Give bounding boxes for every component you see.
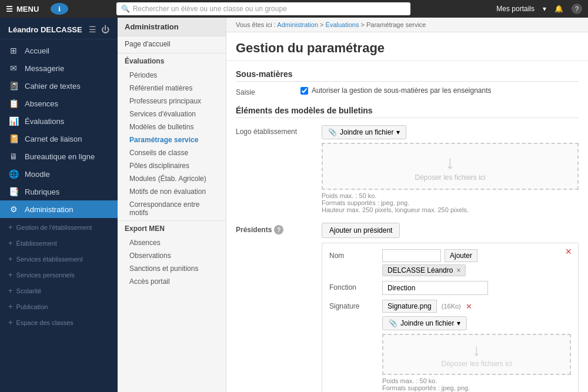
power-icon[interactable]: ⏻: [101, 25, 109, 34]
sidebar-item-messagerie[interactable]: ✉ Messagerie: [0, 59, 118, 77]
sidebar-label: Accueil: [25, 46, 49, 55]
list-icon[interactable]: ☰: [89, 25, 96, 34]
hamburger-icon: ☰: [6, 5, 13, 14]
nom-add-button[interactable]: Ajouter: [445, 249, 477, 262]
nav-sub-modules[interactable]: Modules (Étab. Agricole): [118, 172, 226, 185]
sig-size: (16Ko): [442, 303, 461, 310]
breadcrumb-admin[interactable]: Administration: [277, 21, 318, 28]
sidebar-section-publication[interactable]: + Publication: [0, 297, 118, 313]
elements-title: Éléments des modèles de bulletins: [236, 106, 579, 118]
nav-sub-poles[interactable]: Pôles disciplinaires: [118, 159, 226, 172]
grid-icon: ⊞: [8, 46, 19, 55]
sidebar-section-services-etab[interactable]: + Services établissement: [0, 250, 118, 266]
sidebar-label: Carnet de liaison: [25, 135, 82, 143]
breadcrumb-evals[interactable]: Évaluations: [326, 21, 359, 28]
sidebar-section-etablissement[interactable]: + Établissement: [0, 234, 118, 250]
sidebar-section-label: Espace des classes: [16, 319, 74, 326]
fonction-field: Fonction: [329, 281, 571, 295]
nav-sub-correspondance[interactable]: Correspondance entre motifs: [118, 198, 226, 219]
bell-icon[interactable]: 🔔: [554, 5, 563, 13]
book-icon: 📓: [8, 81, 19, 91]
nav-sub-parametrage[interactable]: Paramétrage service: [118, 133, 226, 146]
presidents-main-label: Présidents ?: [236, 223, 312, 238]
computer-icon: 🖥: [8, 152, 19, 161]
nav-sub-motifs[interactable]: Motifs de non évaluation: [118, 185, 226, 198]
sig-drop-content: ↓ Déposer les fichiers ici: [441, 341, 512, 368]
search-bar[interactable]: 🔍 Rechercher un élève ou une classe ou u…: [116, 2, 410, 15]
drop-zone-content: ↓ Déposer les fichiers ici: [415, 152, 485, 182]
presidents-section: Présidents ? Ajouter un président ✕: [236, 223, 579, 392]
logo-drop-zone[interactable]: ↓ Déposer les fichiers ici: [322, 143, 579, 190]
sig-drop-zone[interactable]: ↓ Déposer les fichiers ici: [382, 334, 571, 375]
remove-person-button[interactable]: ×: [456, 266, 460, 274]
close-president-button[interactable]: ✕: [565, 247, 572, 256]
nom-content: Ajouter DELCASSE Léandro ×: [382, 249, 571, 276]
gear-icon: ⚙: [8, 205, 19, 214]
nav-sub-observations[interactable]: Observations: [118, 249, 226, 262]
sidebar-section-espace[interactable]: + Espace des classes: [0, 313, 118, 329]
presidents-content: Ajouter un président ✕ Nom: [322, 223, 579, 392]
plus-icon: +: [8, 318, 13, 327]
sidebar-item-accueil[interactable]: ⊞ Accueil: [0, 42, 118, 59]
presidents-help-icon[interactable]: ?: [274, 225, 283, 234]
sidebar-item-rubriques[interactable]: 📑 Rubriques: [0, 183, 118, 200]
menu-button[interactable]: ☰ MENU: [6, 5, 39, 14]
nav-sub-periodes[interactable]: Périodes: [118, 69, 226, 82]
right-nav: Mes portails ▾ 🔔 ?: [496, 4, 582, 14]
person-name-tag: DELCASSE Léandro ×: [382, 264, 466, 276]
sidebar-nav: ⊞ Accueil ✉ Messagerie 📓 Cahier de texte…: [0, 39, 118, 392]
nav-sub-acces[interactable]: Accès portail: [118, 275, 226, 288]
help-icon[interactable]: ?: [572, 4, 582, 14]
nav-sub-services[interactable]: Services d'évaluation: [118, 108, 226, 120]
sidebar-section-scolarite[interactable]: + Scolarité: [0, 282, 118, 297]
sidebar-item-cahier[interactable]: 📓 Cahier de textes: [0, 77, 118, 95]
saisie-label: Saisie: [236, 86, 295, 96]
sidebar-item-administration[interactable]: ⚙ Administration: [0, 200, 118, 218]
search-placeholder: Rechercher un élève ou une classe ou un …: [133, 5, 287, 13]
user-name: Léandro DELCASSE: [8, 25, 82, 34]
sidebar-item-carnet[interactable]: 📔 Carnet de liaison: [0, 130, 118, 148]
chevron-down-icon: ▾: [543, 5, 546, 13]
nav-group-evaluations[interactable]: Évaluations: [118, 53, 226, 69]
menu-label: MENU: [16, 5, 39, 14]
sig-file-button[interactable]: 📎 Joindre un fichier ▾: [382, 316, 467, 330]
portails-button[interactable]: Mes portails: [496, 5, 534, 13]
secondary-sidebar: Administration Page d'accueil Évaluation…: [118, 18, 226, 392]
sidebar-item-absences[interactable]: 📋 Absences: [0, 95, 118, 112]
dropdown-arrow: ▾: [457, 319, 460, 327]
nav-sub-referentiel[interactable]: Référentiel matières: [118, 82, 226, 95]
elements-section: Éléments des modèles de bulletins Logo é…: [236, 106, 579, 392]
page-title: Gestion du paramétrage: [226, 32, 588, 61]
chart-icon: 📊: [8, 116, 19, 126]
sidebar-section-services-perso[interactable]: + Services personnels: [0, 266, 118, 282]
sidebar-item-bureautique[interactable]: 🖥 Bureautique en ligne: [0, 148, 118, 165]
top-bar: ☰ MENU ℹ 🔍 Rechercher un élève ou une cl…: [0, 0, 588, 18]
nav-sub-professeurs[interactable]: Professeurs principaux: [118, 95, 226, 108]
sidebar: Léandro DELCASSE ☰ ⏻ ⊞ Accueil ✉ Message…: [0, 18, 118, 392]
logo-section: Logo établissement 📎 Joindre un fichier …: [236, 125, 579, 213]
sig-delete-button[interactable]: ✕: [466, 302, 472, 311]
sidebar-label: Cahier de textes: [25, 82, 81, 91]
nav-item-accueil[interactable]: Page d'accueil: [118, 36, 226, 52]
fonction-input[interactable]: [382, 281, 488, 295]
add-president-button[interactable]: Ajouter un président: [322, 223, 400, 238]
sidebar-item-moodle[interactable]: 🌐 Moodle: [0, 165, 118, 183]
plus-icon: +: [8, 302, 13, 311]
sidebar-item-evaluations[interactable]: 📊 Évaluations: [0, 112, 118, 130]
sidebar-label: Évaluations: [25, 117, 64, 126]
nav-sub-absences[interactable]: Absences: [118, 236, 226, 249]
sous-matieres-checkbox[interactable]: [300, 87, 308, 95]
logo-file-button[interactable]: 📎 Joindre un fichier ▾: [322, 125, 406, 139]
content-area: Vous êtes ici : Administration > Évaluat…: [226, 18, 588, 392]
nav-sub-modeles[interactable]: Modèles de bulletins: [118, 120, 226, 133]
nom-label: Nom: [329, 249, 376, 260]
nom-input[interactable]: [382, 249, 441, 262]
paperclip-icon: 📎: [389, 319, 397, 327]
sidebar-section-label: Établissement: [16, 240, 57, 247]
nav-sub-conseils[interactable]: Conseils de classe: [118, 146, 226, 159]
nav-sub-sanctions[interactable]: Sanctions et punitions: [118, 262, 226, 275]
nav-group-export[interactable]: Export MEN: [118, 220, 226, 236]
sidebar-section-gestion[interactable]: + Gestion de l'établissement: [0, 218, 118, 234]
sidebar-label: Bureautique en ligne: [25, 152, 95, 161]
sig-filename: Signature.png: [382, 300, 437, 313]
